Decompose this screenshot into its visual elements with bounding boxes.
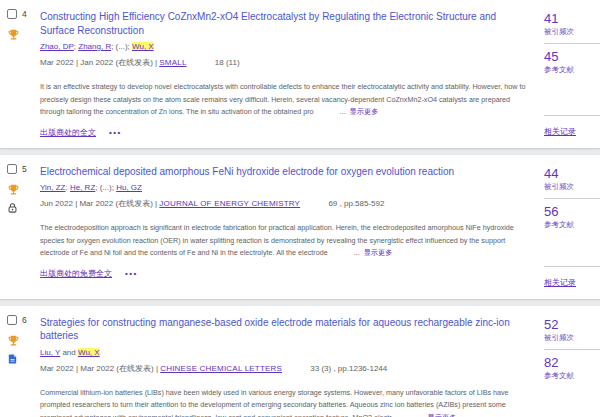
- result-number: 4: [22, 9, 27, 19]
- references-metric: 45 参考文献: [544, 49, 600, 75]
- times-cited-metric: 41 被引频次: [544, 11, 600, 37]
- references-count[interactable]: 45: [544, 49, 600, 64]
- author-link-highlighted[interactable]: Wu, X: [78, 348, 100, 357]
- references-count[interactable]: 82: [544, 355, 600, 370]
- publisher-fulltext-link[interactable]: 出版商处的全文: [40, 127, 96, 138]
- meta-line: Jun 2022 | Mar 2022 (在线发表) | JOURNAL OF …: [40, 198, 532, 209]
- fulltext-row: 出版商处的免费全文 •••: [40, 268, 532, 279]
- related-records: 相关记录: [544, 411, 600, 417]
- result-icons: [7, 334, 40, 366]
- result-card: 4 Constructing High Efficiency CoZnxMn2-…: [0, 0, 600, 148]
- result-checkbox[interactable]: [7, 315, 17, 325]
- result-number: 6: [22, 315, 27, 325]
- result-metrics-column: 44 被引频次 56 参考文献 相关记录: [544, 164, 600, 289]
- references-label: 参考文献: [544, 220, 600, 230]
- metric-divider: [544, 349, 600, 350]
- references-label: 参考文献: [544, 371, 600, 381]
- truncation-dots: ...: [340, 107, 346, 116]
- times-cited-label: 被引频次: [544, 182, 600, 192]
- result-number: 5: [22, 164, 27, 174]
- author-link[interactable]: Yin, ZZ: [40, 183, 65, 192]
- result-checkbox[interactable]: [7, 164, 17, 174]
- result-metrics-column: 41 被引频次 45 参考文献 相关记录: [544, 9, 600, 138]
- publication-dates: Jun 2022 | Mar 2022 (在线发表) |: [40, 199, 157, 208]
- author-link[interactable]: Liu, Y: [40, 348, 60, 357]
- more-options-icon[interactable]: •••: [109, 128, 122, 137]
- author-separator: ; (...);: [95, 183, 116, 192]
- result-main-column: Strategies for constructing manganese-ba…: [40, 315, 544, 417]
- show-more-link[interactable]: 显示更多: [350, 107, 379, 116]
- times-cited-count[interactable]: 44: [544, 166, 600, 181]
- related-records: 相关记录: [544, 109, 600, 138]
- related-records: 相关记录: [544, 260, 600, 289]
- truncation-dots: ...: [418, 413, 424, 417]
- author-separator: and: [60, 348, 78, 357]
- meta-line: Mar 2022 | Mar 2022 (在线发表) | CHINESE CHE…: [40, 363, 532, 374]
- free-fulltext-document-icon: [7, 353, 20, 366]
- author-link[interactable]: He, RZ: [70, 183, 95, 192]
- result-metrics-column: 52 被引频次 82 参考文献 相关记录: [544, 315, 600, 417]
- journal-link[interactable]: SMALL: [159, 58, 186, 67]
- more-options-icon[interactable]: •••: [125, 269, 138, 278]
- result-left-column: 6: [7, 315, 40, 417]
- related-records-link[interactable]: 相关记录: [544, 127, 576, 136]
- result-title-link[interactable]: Electrochemical deposited amorphous FeNi…: [40, 166, 454, 177]
- times-cited-count[interactable]: 41: [544, 11, 600, 26]
- times-cited-count[interactable]: 52: [544, 317, 600, 332]
- result-left-column: 4: [7, 9, 40, 138]
- abstract: It is an effective strategy to develop n…: [40, 81, 532, 119]
- result-icons: [7, 183, 40, 215]
- abstract: Commercial lithium-ion batteries (LIBs) …: [40, 387, 532, 417]
- references-metric: 56 参考文献: [544, 204, 600, 230]
- author-link[interactable]: Zhao, DP: [40, 42, 74, 51]
- result-title-link[interactable]: Strategies for constructing manganese-ba…: [40, 317, 510, 342]
- result-checkbox[interactable]: [7, 9, 17, 19]
- abstract: The electrodeposition approach is signif…: [40, 222, 532, 260]
- references-label: 参考文献: [544, 65, 600, 75]
- author-link[interactable]: Zhang, R: [78, 42, 111, 51]
- result-main-column: Electrochemical deposited amorphous FeNi…: [40, 164, 544, 289]
- times-cited-label: 被引频次: [544, 333, 600, 343]
- fulltext-row: 出版商处的全文 •••: [40, 127, 532, 138]
- metric-divider: [544, 43, 600, 44]
- result-title-link[interactable]: Constructing High Efficiency CoZnxMn2-xO…: [40, 11, 496, 36]
- publication-dates: Mar 2022 | Mar 2022 (在线发表) |: [40, 364, 158, 373]
- journal-link[interactable]: JOURNAL OF ENERGY CHEMISTRY: [159, 199, 300, 208]
- times-cited-metric: 44 被引频次: [544, 166, 600, 192]
- results-list: 4 Constructing High Efficiency CoZnxMn2-…: [0, 0, 600, 417]
- authors-line: Zhao, DP; Zhang, R; (...); Wu, X: [40, 42, 532, 51]
- authors-line: Yin, ZZ; He, RZ; (...); Hu, GZ: [40, 183, 532, 192]
- publication-dates: Mar 2022 | Jan 2022 (在线发表) |: [40, 58, 157, 67]
- references-count[interactable]: 56: [544, 204, 600, 219]
- result-left-column: 5: [7, 164, 40, 289]
- volume-pages: 69 , pp.585-592: [328, 199, 384, 208]
- journal-link[interactable]: CHINESE CHEMICAL LETTERS: [160, 364, 282, 373]
- related-divider: [544, 266, 600, 267]
- times-cited-label: 被引频次: [544, 27, 600, 37]
- result-card: 5 Electrochemical deposited amorphous Fe…: [0, 155, 600, 299]
- highly-cited-trophy-icon: [7, 183, 20, 196]
- result-card: 6 Strategies for constructing manganese-…: [0, 306, 600, 417]
- highly-cited-trophy-icon: [7, 28, 20, 41]
- volume-pages: 18 (11): [215, 58, 240, 67]
- result-main-column: Constructing High Efficiency CoZnxMn2-xO…: [40, 9, 544, 138]
- author-separator: ; (...);: [111, 42, 132, 51]
- author-link[interactable]: Hu, GZ: [116, 183, 142, 192]
- closed-access-lock-icon: [7, 202, 20, 215]
- publisher-fulltext-link[interactable]: 出版商处的免费全文: [40, 268, 112, 279]
- meta-line: Mar 2022 | Jan 2022 (在线发表) | SMALL 18 (1…: [40, 57, 532, 68]
- result-icons: [7, 28, 40, 41]
- authors-line: Liu, Y and Wu, X: [40, 348, 532, 357]
- volume-pages: 33 (3) , pp.1236-1244: [310, 364, 387, 373]
- author-link-highlighted[interactable]: Wu, X: [132, 42, 154, 51]
- highly-cited-trophy-icon: [7, 334, 20, 347]
- references-metric: 82 参考文献: [544, 355, 600, 381]
- times-cited-metric: 52 被引频次: [544, 317, 600, 343]
- related-records-link[interactable]: 相关记录: [544, 278, 576, 287]
- metric-divider: [544, 198, 600, 199]
- show-more-link[interactable]: 显示更多: [364, 248, 393, 257]
- related-divider: [544, 115, 600, 116]
- truncation-dots: ...: [354, 248, 360, 257]
- show-more-link[interactable]: 显示更多: [428, 413, 457, 417]
- abstract-text: It is an effective strategy to develop n…: [40, 82, 526, 116]
